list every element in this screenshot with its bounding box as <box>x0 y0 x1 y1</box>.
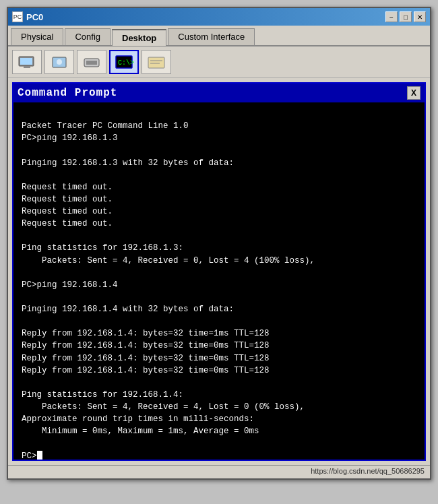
terminal-output[interactable]: Packet Tracer PC Command Line 1.0 PC>pin… <box>13 102 425 460</box>
tab-desktop[interactable]: Desktop <box>112 29 166 46</box>
svg-rect-6 <box>86 61 97 65</box>
status-url: https://blog.csdn.net/qq_50686295 <box>311 467 425 477</box>
close-button[interactable]: ✕ <box>414 11 426 22</box>
toolbar-icon-5[interactable] <box>142 50 171 74</box>
title-controls: − □ ✕ <box>385 11 426 22</box>
cursor <box>37 451 42 460</box>
terminal-text: Packet Tracer PC Command Line 1.0 PC>pin… <box>22 121 315 460</box>
cmd-title-text: Command Prompt <box>18 87 117 99</box>
title-bar-left: PC PC0 <box>12 11 43 22</box>
tab-physical[interactable]: Physical <box>11 28 63 45</box>
cmd-close-button[interactable]: X <box>407 86 420 100</box>
toolbar-icon-4[interactable]: C:\> <box>109 50 139 74</box>
main-window: PC PC0 − □ ✕ Physical Config Desktop Cus… <box>7 7 431 480</box>
svg-rect-2 <box>24 66 30 68</box>
svg-point-4 <box>57 59 62 65</box>
window-title: PC0 <box>26 12 43 22</box>
status-bar: https://blog.csdn.net/qq_50686295 <box>8 465 430 478</box>
svg-rect-9 <box>148 57 164 68</box>
toolbar-icon-1[interactable] <box>12 50 42 74</box>
svg-rect-1 <box>20 58 32 65</box>
toolbar-icon-2[interactable] <box>44 50 74 74</box>
toolbar-icon-3[interactable] <box>77 50 106 74</box>
command-prompt-window: Command Prompt X Packet Tracer PC Comman… <box>12 82 426 461</box>
maximize-button[interactable]: □ <box>400 11 412 22</box>
tab-bar: Physical Config Desktop Custom Interface <box>8 26 430 46</box>
toolbar: C:\> <box>8 46 430 78</box>
cmd-title-bar: Command Prompt X <box>13 84 425 102</box>
tab-config[interactable]: Config <box>65 28 111 45</box>
pc-icon: PC <box>12 11 23 22</box>
title-bar: PC PC0 − □ ✕ <box>8 8 430 26</box>
tab-custom-interface[interactable]: Custom Interface <box>168 28 255 45</box>
svg-text:C:\>: C:\> <box>118 59 134 67</box>
minimize-button[interactable]: − <box>385 11 398 22</box>
